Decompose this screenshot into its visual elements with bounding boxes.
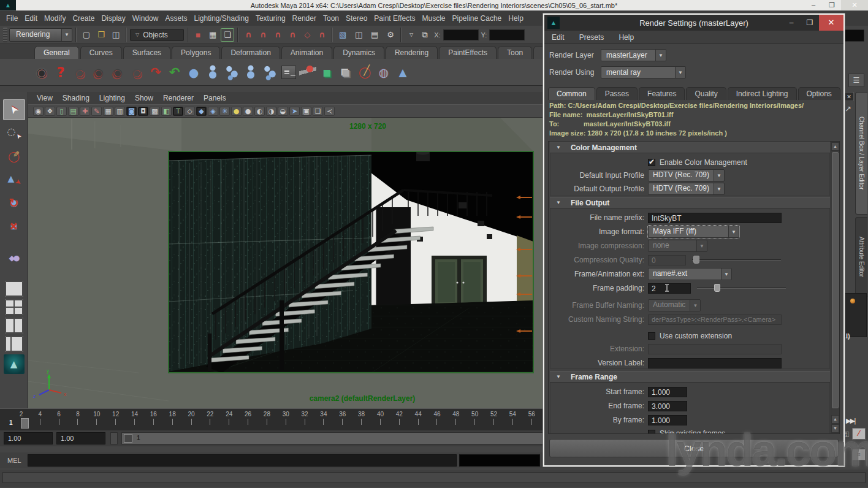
- shadows-icon[interactable]: ◐: [254, 107, 265, 116]
- textured-icon[interactable]: ◈: [208, 107, 218, 116]
- channel-box-toggle-icon[interactable]: ☰: [848, 74, 864, 87]
- dialog-tab[interactable]: Indirect Lighting: [728, 87, 797, 100]
- section-frame-range[interactable]: ▼ Frame Range: [550, 371, 830, 383]
- layout-four-pane[interactable]: [5, 299, 23, 315]
- dialog-menu-item[interactable]: Presets: [579, 33, 604, 42]
- share-view-icon[interactable]: ≺: [324, 107, 335, 116]
- isolate-select-icon[interactable]: ▣: [301, 107, 311, 116]
- shelf-tab[interactable]: Curves: [80, 46, 122, 59]
- viewport-menu-item[interactable]: Lighting: [99, 94, 125, 102]
- menu-item[interactable]: Pipeline Cache: [452, 14, 502, 23]
- grid-icon[interactable]: ▦: [103, 107, 113, 116]
- close-icon[interactable]: ✕: [844, 92, 854, 101]
- range-end-input[interactable]: [56, 432, 105, 444]
- dialog-menu-item[interactable]: Help: [619, 33, 634, 42]
- tab-channel-box-layer-editor[interactable]: Channel Box / Layer Editor: [855, 92, 867, 215]
- menu-item[interactable]: Modify: [44, 14, 66, 23]
- shelf-tab[interactable]: Rendering: [386, 46, 438, 59]
- viewport-menu-item[interactable]: View: [37, 94, 53, 102]
- viewport-menu-item[interactable]: Shading: [63, 94, 89, 102]
- layout-single-pane[interactable]: [5, 281, 23, 297]
- timeline-tick[interactable]: 36: [333, 411, 352, 425]
- menu-item[interactable]: Lighting/Shading: [194, 14, 248, 23]
- shelf-sphere-icon[interactable]: [185, 64, 202, 81]
- viewport-menu-item[interactable]: Panels: [204, 94, 226, 102]
- camera-attributes-icon[interactable]: ❖: [45, 107, 55, 116]
- shelf-tab[interactable]: Polygons: [172, 46, 220, 59]
- range-slider-button[interactable]: [110, 432, 118, 444]
- menu-item[interactable]: Display: [101, 14, 125, 23]
- new-scene-icon[interactable]: ▢: [80, 28, 93, 42]
- dialog-restore-button[interactable]: ❐: [801, 18, 819, 27]
- use-custom-extension-checkbox[interactable]: [648, 332, 655, 340]
- shelf-brush-icon[interactable]: [356, 64, 373, 81]
- timeline-tick[interactable]: 50: [465, 411, 484, 425]
- timeline-tick[interactable]: 48: [446, 411, 465, 425]
- select-tool[interactable]: [3, 99, 25, 120]
- timeline-tick[interactable]: 40: [371, 411, 390, 425]
- dialog-tab[interactable]: Features: [639, 87, 685, 100]
- safe-title-icon[interactable]: T: [173, 107, 183, 116]
- render-layer-dropdown[interactable]: masterLayer ▼: [601, 49, 666, 61]
- snap-plane-icon[interactable]: ◇: [300, 28, 314, 42]
- file-name-prefix-input[interactable]: IntSkyBT: [648, 213, 782, 223]
- shelf-cube-gray-icon[interactable]: [337, 64, 354, 81]
- shelf-render-cam1-icon[interactable]: [71, 64, 88, 81]
- start-frame-input[interactable]: 1.000: [648, 387, 687, 397]
- shelf-joint2-icon[interactable]: [223, 64, 240, 81]
- section-file-output[interactable]: ▼ File Output: [550, 197, 830, 208]
- menu-item[interactable]: Help: [508, 14, 523, 23]
- animation-preferences-icon[interactable]: ⁄: [852, 428, 866, 440]
- output-profile-dropdown[interactable]: HDTV (Rec. 709) ▼: [648, 183, 725, 195]
- menu-item[interactable]: Edit: [25, 14, 37, 23]
- timeline-tick[interactable]: 8: [69, 411, 88, 425]
- shelf-graph-icon[interactable]: [281, 66, 296, 79]
- input-line-collapse-icon[interactable]: ▽: [405, 28, 418, 42]
- transform-field-icon[interactable]: ⧉: [418, 28, 432, 42]
- select-component-icon[interactable]: ❏: [221, 28, 234, 42]
- dialog-minimize-button[interactable]: –: [782, 18, 801, 27]
- scrollbar-thumb[interactable]: [832, 152, 839, 408]
- timeline-tick[interactable]: 12: [106, 411, 125, 425]
- grease-pencil-icon[interactable]: ✎: [91, 107, 102, 116]
- timeline-tick[interactable]: 52: [484, 411, 503, 425]
- shelf-tab[interactable]: Dynamics: [333, 46, 384, 59]
- dialog-tab[interactable]: Quality: [686, 87, 726, 100]
- frame-padding-input[interactable]: 2: [648, 283, 691, 294]
- shelf-joint1-icon[interactable]: [204, 64, 221, 81]
- motion-blur-icon[interactable]: ◒: [278, 107, 288, 116]
- scale-tool[interactable]: [3, 216, 25, 237]
- timeline-tick[interactable]: 26: [238, 411, 257, 425]
- timeline-tick[interactable]: 20: [182, 411, 201, 425]
- default-light-icon[interactable]: ●: [231, 107, 242, 116]
- shaded-icon[interactable]: ◆: [196, 107, 207, 116]
- script-editor-icon[interactable]: ≡: [852, 449, 866, 460]
- go-to-end-button[interactable]: ▶▶|: [846, 417, 855, 425]
- timeline-tick[interactable]: 18: [163, 411, 182, 425]
- timeline-tick[interactable]: 30: [276, 411, 295, 425]
- move-tool[interactable]: [3, 169, 25, 190]
- shelf-tab[interactable]: Animation: [281, 46, 332, 59]
- menu-item[interactable]: File: [6, 14, 18, 23]
- menu-item[interactable]: Render: [292, 14, 316, 23]
- textured-lights-icon[interactable]: ✳: [219, 107, 230, 116]
- timeline-tick[interactable]: 16: [144, 411, 163, 425]
- dialog-scrollbar[interactable]: ▲ ▲ ▼: [831, 142, 839, 433]
- scroll-down-icon[interactable]: ▼: [831, 424, 839, 433]
- open-scene-icon[interactable]: ❒: [94, 28, 108, 42]
- shelf-render-cam4-icon[interactable]: [128, 64, 145, 81]
- scroll-up2-icon[interactable]: ▲: [831, 415, 839, 424]
- menu-item[interactable]: Window: [132, 14, 159, 23]
- snap-curve-icon[interactable]: ∩: [256, 28, 270, 42]
- paint-select-tool[interactable]: [3, 146, 25, 167]
- rotate-tool[interactable]: [3, 193, 25, 213]
- timeline-tick[interactable]: 56: [522, 411, 541, 425]
- xray-icon[interactable]: ❏: [313, 107, 323, 116]
- last-tool-used[interactable]: [3, 248, 25, 269]
- dialog-titlebar[interactable]: ▲ Render Settings (masterLayer) – ❐ ✕: [544, 15, 843, 31]
- close-dialog-button[interactable]: Close: [549, 439, 839, 457]
- image-format-dropdown[interactable]: Maya IFF (iff) ▼: [648, 226, 739, 238]
- render-using-dropdown[interactable]: mental ray ▼: [601, 66, 686, 78]
- select-hierarchy-icon[interactable]: ▪: [191, 28, 205, 42]
- timeline-tick[interactable]: 44: [409, 411, 428, 425]
